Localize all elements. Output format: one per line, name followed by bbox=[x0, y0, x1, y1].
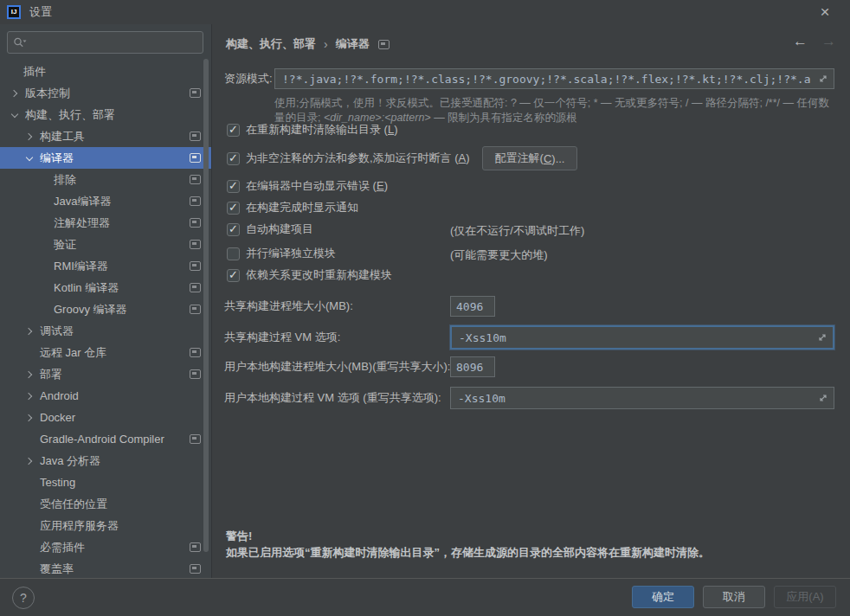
sidebar-item-compiler[interactable]: 编译器 bbox=[0, 147, 212, 169]
sidebar-item-version-control[interactable]: 版本控制 bbox=[0, 82, 212, 104]
project-level-indicator-icon bbox=[378, 40, 390, 49]
sidebar-item-docker[interactable]: Docker bbox=[0, 407, 212, 428]
warning-title: 警告! bbox=[226, 529, 252, 544]
project-level-indicator-icon bbox=[190, 348, 201, 357]
chevron-right-icon[interactable] bbox=[26, 414, 33, 421]
sidebar-item-groovy-compiler[interactable]: Groovy 编译器 bbox=[0, 298, 212, 320]
sidebar-item-validation[interactable]: 验证 bbox=[0, 234, 212, 255]
help-button[interactable]: ? bbox=[12, 587, 35, 609]
sidebar-item-excludes[interactable]: 排除 bbox=[0, 169, 212, 190]
sidebar-item-application-servers[interactable]: 应用程序服务器 bbox=[0, 515, 212, 536]
checkbox-label: 并行编译独立模块 bbox=[246, 246, 336, 261]
configure-annotations-button[interactable]: 配置注解(C)... bbox=[482, 146, 578, 170]
ok-button[interactable]: 确定 bbox=[632, 586, 694, 608]
back-arrow-icon[interactable]: ← bbox=[793, 33, 808, 50]
sidebar-item-label: Groovy 编译器 bbox=[54, 302, 127, 318]
sidebar-item-testing[interactable]: Testing bbox=[0, 472, 212, 493]
expand-field-icon[interactable] bbox=[818, 393, 828, 403]
sidebar-item-label: 验证 bbox=[54, 237, 76, 253]
sidebar-item-kotlin-compiler[interactable]: Kotlin 编译器 bbox=[0, 277, 212, 298]
checkbox-row-clear-output: 在重新构建时清除输出目录 (L) bbox=[227, 121, 398, 138]
project-level-indicator-icon bbox=[190, 132, 201, 141]
shared-vm-options-input[interactable] bbox=[452, 331, 817, 344]
history-nav: ← → bbox=[793, 33, 836, 50]
sidebar-item-label: Java编译器 bbox=[54, 194, 111, 209]
sidebar-item-rmi-compiler[interactable]: RMI编译器 bbox=[0, 255, 212, 277]
chevron-down-icon[interactable] bbox=[26, 155, 33, 162]
checkbox-clear-output-directory[interactable] bbox=[227, 124, 240, 137]
shared-vm-options-field bbox=[450, 325, 834, 350]
sidebar-item-label: Docker bbox=[40, 411, 75, 424]
sidebar-item-label: 部署 bbox=[40, 367, 62, 382]
checkbox-label: 在重新构建时清除输出目录 (L) bbox=[246, 122, 398, 138]
project-level-indicator-icon bbox=[190, 218, 201, 228]
checkbox-runtime-assertions[interactable] bbox=[227, 152, 240, 165]
chevron-right-icon[interactable] bbox=[26, 458, 33, 465]
sidebar-item-android[interactable]: Android bbox=[0, 385, 212, 407]
checkbox-build-project-automatically[interactable] bbox=[227, 223, 240, 236]
checkbox-row-parallel-compile: 并行编译独立模块 bbox=[227, 245, 336, 262]
project-level-indicator-icon bbox=[190, 175, 201, 184]
sidebar-item-trusted-locations[interactable]: 受信任的位置 bbox=[0, 493, 212, 515]
project-level-indicator-icon bbox=[190, 88, 201, 98]
checkbox-show-errors-in-editor[interactable] bbox=[227, 180, 240, 193]
chevron-down-icon[interactable] bbox=[11, 112, 18, 119]
apply-button[interactable]: 应用(A) bbox=[774, 586, 836, 608]
sidebar-item-label: 构建工具 bbox=[40, 129, 85, 144]
search-input[interactable] bbox=[28, 36, 203, 49]
project-level-indicator-icon bbox=[190, 283, 201, 292]
sidebar-item-label: 注解处理器 bbox=[54, 215, 110, 231]
shared-heap-size-input[interactable] bbox=[450, 296, 495, 317]
chevron-right-icon[interactable] bbox=[11, 90, 18, 97]
user-local-vm-options-field bbox=[450, 387, 834, 409]
help-text: — 限制为具有指定名称的源根 bbox=[431, 112, 577, 124]
checkbox-show-build-notification[interactable] bbox=[227, 202, 240, 215]
sidebar-item-label: 应用程序服务器 bbox=[40, 518, 119, 534]
sidebar-item-required-plugins[interactable]: 必需插件 bbox=[0, 536, 212, 558]
checkbox-row-show-errors: 在编辑器中自动显示错误 (E) bbox=[227, 177, 388, 195]
intellij-logo-icon: IJ bbox=[7, 5, 21, 19]
chevron-right-icon[interactable] bbox=[26, 133, 33, 140]
checkbox-row-build-automatically: 自动构建项目 bbox=[227, 221, 313, 238]
sidebar-item-java-compiler[interactable]: Java编译器 bbox=[0, 190, 212, 212]
close-window-button[interactable]: × bbox=[812, 0, 838, 24]
sidebar-item-deployment[interactable]: 部署 bbox=[0, 363, 212, 385]
expand-field-icon[interactable] bbox=[818, 74, 828, 84]
settings-search-box[interactable] bbox=[7, 31, 203, 54]
sidebar-item-remote-jar-repositories[interactable]: 远程 Jar 仓库 bbox=[0, 342, 212, 363]
cancel-button[interactable]: 取消 bbox=[703, 586, 765, 608]
sidebar-item-label: 覆盖率 bbox=[40, 561, 74, 577]
sidebar-item-annotation-processors[interactable]: 注解处理器 bbox=[0, 212, 212, 234]
dialog-buttons: 确定 取消 应用(A) bbox=[632, 586, 836, 608]
project-level-indicator-icon bbox=[190, 434, 201, 444]
sidebar-item-coverage[interactable]: 覆盖率 bbox=[0, 558, 212, 578]
sidebar-item-build-tools[interactable]: 构建工具 bbox=[0, 125, 212, 147]
checkbox-rebuild-modules-on-dependency-change[interactable] bbox=[227, 269, 240, 282]
expand-field-icon[interactable] bbox=[817, 332, 827, 343]
sidebar-item-debugger[interactable]: 调试器 bbox=[0, 320, 212, 342]
chevron-right-icon[interactable] bbox=[26, 371, 33, 378]
sidebar-item-label: 构建、执行、部署 bbox=[25, 107, 115, 123]
sidebar-item-label: 调试器 bbox=[40, 324, 74, 339]
checkbox-label: 自动构建项目 bbox=[246, 221, 313, 237]
user-local-vm-options-input[interactable] bbox=[451, 392, 818, 405]
resource-patterns-input[interactable] bbox=[275, 73, 818, 86]
sidebar-item-label: 远程 Jar 仓库 bbox=[40, 345, 106, 361]
chevron-right-icon[interactable] bbox=[26, 393, 33, 400]
sidebar-item-build-execution-deployment[interactable]: 构建、执行、部署 bbox=[0, 104, 212, 125]
sidebar-scrollbar[interactable] bbox=[203, 59, 209, 552]
checkbox-compile-independent-modules-parallel[interactable] bbox=[227, 247, 240, 260]
breadcrumb-separator: › bbox=[324, 37, 328, 51]
chevron-right-icon[interactable] bbox=[26, 328, 33, 335]
checkbox-label: 为非空注释的方法和参数,添加运行时断言 (A) bbox=[246, 151, 470, 166]
checkbox-label: 在构建完成时显示通知 bbox=[246, 200, 358, 215]
shared-vm-options-label: 共享构建过程 VM 选项: bbox=[224, 325, 340, 350]
user-local-heap-size-input[interactable] bbox=[450, 356, 495, 377]
sidebar-item-plugins[interactable]: 插件 bbox=[0, 61, 212, 82]
sidebar-item-java-profiler[interactable]: Java 分析器 bbox=[0, 450, 212, 472]
project-level-indicator-icon bbox=[190, 564, 201, 574]
sidebar-item-gradle-android-compiler[interactable]: Gradle-Android Compiler bbox=[0, 428, 212, 450]
project-level-indicator-icon bbox=[190, 240, 201, 249]
breadcrumb-parent[interactable]: 构建、执行、部署 bbox=[226, 36, 316, 52]
sidebar-item-label: 必需插件 bbox=[40, 540, 85, 555]
